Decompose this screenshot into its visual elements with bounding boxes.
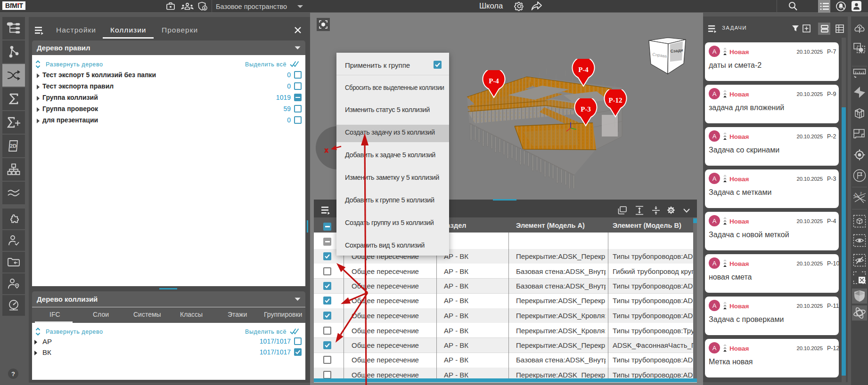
svg-text:Р-3: Р-3 [581, 105, 591, 113]
svg-text:Р-12: Р-12 [608, 96, 622, 104]
svg-text:1: 1 [854, 193, 856, 197]
svg-text:Р-4: Р-4 [578, 66, 589, 73]
svg-text:2D: 2D [10, 143, 16, 149]
svg-text:Р-4: Р-4 [489, 77, 499, 85]
svg-text:2: 2 [860, 192, 862, 195]
